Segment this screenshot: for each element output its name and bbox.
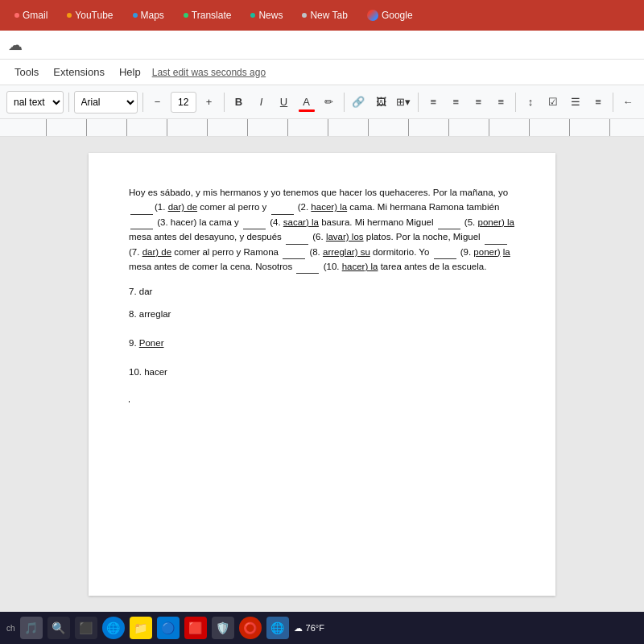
bullet-list-btn[interactable]: ☰ [566, 91, 585, 114]
weather-widget: ☁ 76°F [294, 623, 324, 634]
taskbar-icon-music[interactable]: 🎵 [20, 617, 43, 639]
tab-translate[interactable]: Translate [175, 6, 240, 24]
cloud-icon: ☁ [8, 36, 23, 54]
last-edit-label: Last edit was seconds ago [152, 67, 266, 78]
item-7-number: 7. [129, 287, 139, 296]
font-select[interactable]: Arial [74, 91, 138, 114]
taskbar-icon-globe[interactable]: 🌐 [266, 617, 289, 639]
align-left-btn[interactable]: ≡ [423, 91, 443, 114]
taskbar: ch 🎵 🔍 ⬛ 🌐 📁 🔵 🟥 🛡️ ⭕ 🌐 ☁ 76°F [0, 612, 644, 644]
font-increase-btn[interactable]: + [200, 91, 219, 114]
taskbar-icon-apps[interactable]: ⬛ [75, 617, 97, 639]
toolbar-divider-4 [344, 93, 345, 112]
item-10-number: 10. [129, 367, 144, 377]
align-justify-btn[interactable]: ≡ [491, 91, 510, 114]
highlight-btn[interactable]: ✏ [320, 91, 339, 114]
blank-9 [434, 258, 456, 259]
tab-gmail-label: Gmail [23, 10, 47, 21]
blank-7 [485, 244, 507, 245]
tab-translate-label: Translate [192, 10, 232, 21]
tab-maps-label: Maps [141, 10, 164, 21]
font-decrease-btn[interactable]: − [148, 91, 167, 114]
taskbar-icon-blue[interactable]: 🔵 [157, 617, 180, 639]
style-select[interactable]: nal text [6, 91, 64, 114]
doc-paragraph: Hoy es sábado, y mis hermanos y yo tenem… [129, 185, 515, 274]
font-color-btn[interactable]: A [297, 91, 316, 114]
item-8-text: arreglar [139, 309, 171, 319]
blank-3 [130, 229, 153, 229]
doc-page: Hoy es sábado, y mis hermanos y yo tenem… [89, 153, 555, 596]
docs-menubar: Tools Extensions Help Last edit was seco… [0, 60, 644, 85]
doc-content-area[interactable]: Hoy es sábado, y mis hermanos y yo tenem… [0, 137, 644, 612]
taskbar-icon-edge[interactable]: 🌐 [102, 617, 125, 639]
tab-youtube-label: YouTube [75, 10, 113, 21]
numbered-list-btn[interactable]: ≡ [588, 91, 608, 114]
taskbar-icon-red[interactable]: 🟥 [184, 617, 207, 639]
menu-help[interactable]: Help [113, 63, 147, 81]
taskbar-icon-shield[interactable]: 🛡️ [212, 617, 234, 639]
google-circle-icon [367, 10, 378, 21]
item-10-text: hacer [144, 367, 167, 377]
font-size-input[interactable] [171, 92, 196, 113]
toolbar-divider-7 [613, 93, 613, 112]
image-btn[interactable]: 🖼 [371, 91, 390, 114]
tab-newtab[interactable]: New Tab [294, 6, 355, 24]
item-9-text: Poner [139, 338, 164, 348]
bold-btn[interactable]: B [229, 91, 249, 114]
tab-google[interactable]: Google [359, 6, 421, 24]
toolbar-divider-1 [68, 93, 69, 112]
chrome-browser-bar: Gmail YouTube Maps Translate News New Ta… [0, 0, 644, 31]
blank-10 [296, 273, 319, 274]
tab-youtube[interactable]: YouTube [59, 6, 121, 24]
taskbar-icon-circle[interactable]: ⭕ [239, 617, 262, 639]
italic-btn[interactable]: I [252, 91, 271, 114]
ruler-scale [6, 119, 638, 136]
link-btn[interactable]: 🔗 [349, 91, 368, 114]
checklist-btn[interactable]: ☑ [543, 91, 563, 114]
menu-tools[interactable]: Tools [8, 63, 45, 81]
item-8: 8. arreglar [129, 309, 515, 319]
tab-google-label: Google [382, 10, 413, 21]
blank-5 [438, 229, 460, 229]
tab-maps[interactable]: Maps [125, 6, 172, 24]
toolbar-divider-6 [515, 93, 516, 112]
item-9-number: 9. [129, 338, 139, 348]
underline-btn[interactable]: U [275, 91, 294, 114]
taskbar-label: ch [6, 624, 15, 633]
toolbar-divider-5 [418, 93, 419, 112]
line-spacing-btn[interactable]: ↕ [521, 91, 540, 114]
taskbar-icon-search[interactable]: 🔍 [47, 617, 70, 639]
tab-news-label: News [258, 10, 283, 21]
item-8-number: 8. [129, 309, 139, 319]
youtube-dot [67, 13, 72, 18]
newtab-dot [302, 13, 307, 18]
translate-dot [184, 13, 188, 18]
item-7-text: dar [139, 287, 153, 296]
tab-news[interactable]: News [242, 6, 291, 24]
docs-area: ☁ Tools Extensions Help Last edit was se… [0, 31, 644, 644]
indent-decrease-btn[interactable]: ← [618, 91, 638, 114]
align-right-btn[interactable]: ≡ [469, 91, 488, 114]
gmail-dot [14, 13, 19, 18]
item-10: 10. hacer [129, 367, 515, 377]
blank-4 [243, 229, 266, 229]
blank-8 [283, 258, 305, 259]
cursor [129, 401, 130, 402]
ruler [0, 119, 644, 137]
table-btn[interactable]: ⊞▾ [394, 91, 413, 114]
docs-toolbar: nal text Arial − + B I U A ✏ 🔗 🖼 ⊞▾ ≡ ≡ … [0, 85, 644, 119]
item-7: 7. dar [129, 287, 515, 296]
menu-extensions[interactable]: Extensions [47, 63, 111, 81]
maps-dot [133, 13, 138, 18]
tab-gmail[interactable]: Gmail [6, 6, 56, 24]
docs-topbar: ☁ [0, 31, 644, 60]
toolbar-divider-3 [224, 93, 225, 112]
tab-newtab-label: New Tab [310, 10, 347, 21]
weather-icon: ☁ [294, 623, 303, 634]
align-center-btn[interactable]: ≡ [446, 91, 465, 114]
item-9: 9. Poner [129, 338, 515, 348]
news-dot [250, 13, 255, 18]
blank-1 [130, 214, 153, 215]
taskbar-icon-folder[interactable]: 📁 [130, 617, 152, 639]
toolbar-divider-2 [142, 93, 143, 112]
